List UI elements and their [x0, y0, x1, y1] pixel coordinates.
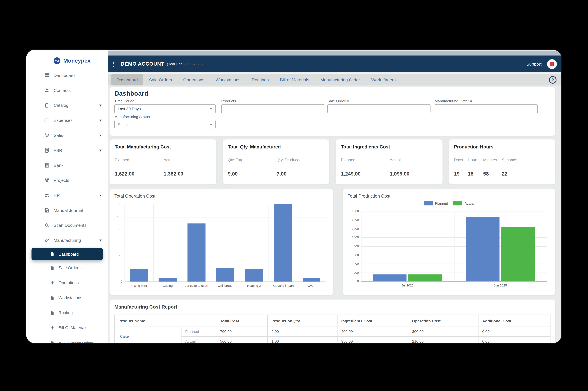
time-period-value: Last 30 Days	[118, 106, 141, 111]
sidebar-item-contacts[interactable]: Contacts	[26, 83, 108, 98]
sidebar-subitem-label: Routing	[59, 310, 73, 315]
logo-icon: Mp	[54, 57, 60, 64]
sidebar-item-hr[interactable]: HR	[26, 188, 108, 203]
manufacturing-status-placeholder: Select	[118, 122, 129, 127]
sidebar-subitem-bill-of-materials[interactable]: Bill Of Materials	[26, 320, 108, 335]
sidebar-subitem-workstations[interactable]: Workstations	[26, 290, 108, 305]
gears-icon	[44, 238, 50, 243]
kpi-total-ingredients-cost: Total Ingredients Cost Planned1,249.00 A…	[336, 139, 442, 185]
kpi-label: Days	[454, 158, 463, 162]
manufacturing-order-input[interactable]	[435, 104, 538, 113]
cell-production-qty: 2.00	[268, 327, 337, 336]
sidebar-item-label: Bank	[54, 163, 63, 168]
tab-manufacturing-order[interactable]: Manufacturing Order	[315, 74, 366, 86]
products-label: Products	[221, 99, 324, 103]
sidebar-item-dashboard[interactable]: Dashboard	[26, 68, 108, 83]
sidebar-item-manual-journal[interactable]: Manual Journal	[26, 203, 108, 218]
cell-total-cost: 700.00	[216, 327, 268, 336]
tab-dashboard[interactable]: Dashboard	[111, 74, 143, 86]
tab-work-orders[interactable]: Work Orders	[366, 74, 401, 86]
kpi-label: Minutes	[483, 158, 497, 162]
building-icon	[44, 163, 50, 168]
chart-title: Total Operation Cost	[114, 194, 328, 199]
kpi-title: Total Ingredients Cost	[341, 144, 437, 150]
dashboard-content: Dashboard Time Period Last 30 Days Produ…	[108, 86, 561, 343]
manufacturing-order-label: Manufacturing Order #	[435, 99, 538, 103]
support-link[interactable]: Support	[526, 62, 541, 66]
operation-cost-chart-card: Total Operation Cost 020406080100120mixi…	[109, 189, 333, 295]
plus-icon	[50, 325, 55, 330]
year-end-label: (Year End 30/06/2026)	[167, 62, 202, 66]
tab-bar: Dashboard Sale Orders Operations Worksta…	[108, 74, 561, 86]
col-ingredients-cost: Ingredients Cost	[337, 315, 408, 327]
sidebar-subitem-routing[interactable]: Routing	[26, 305, 108, 320]
sidebar-item-label: Projects	[54, 178, 69, 183]
sale-order-input[interactable]	[327, 104, 430, 113]
tab-operations[interactable]: Operations	[178, 74, 210, 86]
app-window: Mp Moneypex Dashboard Contacts Catalog	[26, 50, 561, 343]
kpi-value: 9.00	[228, 171, 277, 177]
avatar[interactable]	[547, 59, 557, 69]
sidebar: Mp Moneypex Dashboard Contacts Catalog	[26, 50, 108, 343]
sidebar-item-projects[interactable]: Projects	[26, 173, 108, 188]
page-title: Dashboard	[114, 90, 551, 97]
grid-icon	[44, 73, 50, 78]
clipboard-icon	[44, 103, 50, 108]
account-name: DEMO ACCOUNT	[121, 61, 164, 67]
sidebar-item-fbr[interactable]: FBR	[26, 143, 108, 158]
cell-operation-cost: 300.00	[408, 327, 478, 336]
time-period-select[interactable]: Last 30 Days	[114, 104, 216, 113]
sidebar-item-scan-documents[interactable]: Scan Documents	[26, 218, 108, 233]
time-period-field: Time Period Last 30 Days	[114, 99, 216, 113]
manufacturing-order-field: Manufacturing Order #	[435, 99, 538, 113]
col-additional-cost: Additional Cost	[478, 315, 550, 327]
chart-title: Total Production Cost	[348, 194, 551, 199]
sidebar-subitem-label: Operations	[59, 281, 79, 285]
kebab-menu-icon[interactable]	[112, 60, 116, 68]
kpi-label: Hours	[468, 158, 478, 162]
sidebar-subitem-operations[interactable]: Operations	[26, 275, 108, 290]
tab-sale-orders[interactable]: Sale Orders	[143, 74, 178, 86]
sidebar-item-bank[interactable]: Bank	[26, 158, 108, 173]
col-operation-cost: Operation Cost	[408, 315, 478, 327]
kpi-label: Planned	[115, 158, 164, 162]
col-product-name: Product Name	[114, 315, 216, 327]
manufacturing-status-select[interactable]: Select	[114, 120, 216, 129]
file-icon	[50, 340, 55, 343]
logo[interactable]: Mp Moneypex	[26, 50, 108, 64]
production-cost-chart-card: Total Production Cost Planned Actual	[343, 189, 555, 295]
sidebar-item-label: Contacts	[54, 88, 71, 93]
logo-text: Moneypex	[63, 58, 91, 64]
sidebar-item-catalog[interactable]: Catalog	[26, 98, 108, 113]
tab-routings[interactable]: Routings	[246, 74, 274, 86]
sidebar-subitem-manufacturing-orders[interactable]: Manufacturing Orders	[26, 335, 108, 343]
sidebar-item-label: Catalog	[54, 103, 69, 107]
sidebar-item-label: Expenses	[54, 118, 73, 122]
manufacturing-cost-report-card: Manufacturing Cost Report Product Name T…	[109, 299, 556, 343]
sidebar-subitem-dashboard[interactable]: Dashboard	[31, 248, 103, 260]
kpi-value: 7.00	[277, 171, 325, 177]
kpi-value: 18	[468, 171, 478, 177]
sidebar-subitem-sale-orders[interactable]: Sale Orders	[26, 260, 108, 275]
sidebar-nav: Dashboard Contacts Catalog Expenses	[26, 68, 108, 343]
sidebar-item-sales[interactable]: Sales	[26, 128, 108, 143]
calculator-icon	[44, 148, 50, 153]
production-cost-plot: 02004006008001000120014001600Jul 2025Jun…	[348, 209, 551, 291]
person-icon	[44, 88, 50, 93]
kpi-label: Actual	[390, 158, 438, 162]
kpi-value: 1,382.00	[164, 171, 212, 177]
filter-panel: Dashboard Time Period Last 30 Days Produ…	[109, 87, 556, 136]
card-icon	[44, 118, 50, 123]
sidebar-item-manufacturing[interactable]: Manufacturing	[26, 233, 108, 248]
legend-item-actual: Actual	[453, 201, 475, 205]
chevron-down-icon	[210, 124, 213, 126]
help-icon[interactable]: ?	[549, 76, 557, 83]
table-row: Cake Planned 700.00 2.00 400.00 300.00 0…	[114, 327, 550, 336]
tab-bill-of-materials[interactable]: Bill of Materials	[274, 74, 315, 86]
products-input[interactable]	[221, 104, 324, 113]
sidebar-item-expenses[interactable]: Expenses	[26, 113, 108, 128]
window-top-strip	[108, 50, 561, 51]
sidebar-item-label: Manufacturing	[54, 238, 81, 243]
tab-workstations[interactable]: Workstations	[210, 74, 246, 86]
file-icon	[50, 265, 55, 270]
